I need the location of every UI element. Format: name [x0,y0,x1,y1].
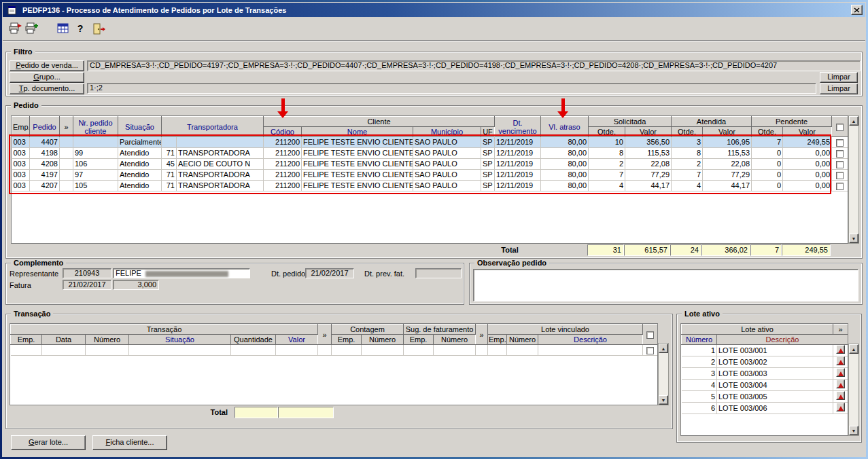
cell-dt[interactable]: 12/11/2019 [495,181,541,191]
cell-nome[interactable]: FELIPE TESTE ENVIO CLIENTE [302,181,413,191]
col-header-dt-vencimento[interactable]: Dt. vencimento [495,117,541,137]
cell-dt[interactable]: 12/11/2019 [495,170,541,181]
cell-act[interactable] [833,403,848,414]
cell-pv[interactable]: 0,00 [783,181,832,191]
pedido-scrollbar[interactable]: ▲ ▼ [848,115,859,244]
col-header-lote-numero[interactable]: Número [507,335,538,345]
cell-sq[interactable]: 2 [589,159,625,170]
cell-pedido[interactable]: 4198 [30,148,60,159]
lote-action-button[interactable] [836,345,845,354]
table-row[interactable] [11,345,658,356]
cell-sv[interactable]: 22,08 [625,159,672,170]
col-header-pedido[interactable]: Pedido [30,117,60,137]
cell-act[interactable] [833,380,848,391]
cell-pedido[interactable]: 4407 [30,137,60,148]
cell-pq[interactable]: 0 [752,181,783,191]
col-header-sol-valor[interactable]: Valor [625,127,672,137]
group-header-transacao[interactable]: Transação [11,325,318,335]
col-header-pen-qtde[interactable]: Qtde. [752,127,783,137]
col-header-atendida[interactable]: Atendida [672,117,752,127]
cell-atraso[interactable]: 80,00 [541,181,589,191]
group-header-lote-ativo[interactable]: Lote ativo [682,325,833,335]
col-header-transportadora[interactable]: Transportadora [162,117,264,137]
cell-nome[interactable]: FELIPE TESTE ENVIO CLIENTE [302,148,413,159]
cell-situacao[interactable] [129,345,231,356]
cell-emp[interactable]: 003 [12,148,30,159]
gerar-lote-button[interactable]: Gerar lote... [11,435,86,450]
col-header-emp[interactable]: Emp. [11,335,42,345]
cell-l_emp[interactable] [488,345,507,356]
cell-emp[interactable]: 003 [12,159,30,170]
row-checkbox[interactable] [836,139,844,147]
cell-municipio[interactable]: SAO PAULO [413,159,481,170]
cell-uf[interactable]: SP [481,159,495,170]
col-header-emp[interactable]: Emp. [12,117,30,137]
cell-atraso[interactable]: 80,00 [541,137,589,148]
transacao-scrollbar[interactable]: ▲ ▼ [658,343,669,405]
col-header-contagem-emp[interactable]: Emp. [332,335,362,345]
cell-sq[interactable]: 8 [589,148,625,159]
cell-aq[interactable]: 2 [672,159,703,170]
cell-nome[interactable]: FELIPE TESTE ENVIO CLIENTE [302,137,413,148]
table-row[interactable]: 0034407Parcialmente.211200FELIPE TESTE E… [12,137,848,148]
cell-dt[interactable]: 12/11/2019 [495,137,541,148]
col-header-chevron[interactable]: » [318,325,332,345]
table-row[interactable]: 2LOTE 003/002 [682,356,848,368]
select-all-checkbox[interactable] [646,331,654,339]
cell-codigo[interactable]: 211200 [264,170,302,181]
cell-municipio[interactable]: SAO PAULO [413,137,481,148]
cell-act[interactable] [833,368,848,380]
cell-pedido[interactable]: 4197 [30,170,60,181]
col-header-nome[interactable]: Nome [302,127,413,137]
table-row[interactable]: 3LOTE 003/003 [682,368,848,380]
col-header-select[interactable] [832,117,848,137]
cell-numero[interactable]: 1 [682,345,717,356]
cell-sv[interactable]: 44,17 [625,181,672,191]
cell-situacao[interactable]: Parcialmente. [118,137,162,148]
cell-av[interactable]: 77,29 [703,170,752,181]
col-header-sol-qtde[interactable]: Qtde. [589,127,625,137]
cell-descricao[interactable]: LOTE 003/003 [717,368,833,380]
select-all-checkbox[interactable] [836,124,844,131]
cell-nr[interactable]: 105 [73,181,118,191]
col-header-numero[interactable]: Número [86,335,129,345]
cell-descricao[interactable]: LOTE 003/005 [717,391,833,403]
col-header-cliente[interactable]: Cliente [264,117,495,127]
row-checkbox[interactable] [836,183,844,190]
cell-numero[interactable]: 5 [682,391,717,403]
cell-descricao[interactable]: LOTE 003/001 [717,345,833,356]
cell-aq[interactable]: 8 [672,148,703,159]
cell-tcod[interactable]: 45 [162,159,177,170]
scroll-down-icon[interactable]: ▼ [849,234,858,243]
table-row[interactable]: 003419899Atendido71TRANSPORTADORA211200F… [12,148,848,159]
cell-emp[interactable]: 003 [12,137,30,148]
lote-action-button[interactable] [836,380,845,388]
cell-nr[interactable] [73,137,118,148]
cell-pv[interactable]: 0,00 [783,148,832,159]
cell-quantidade[interactable] [231,345,276,356]
cell-emp[interactable]: 003 [12,170,30,181]
cell-tcod[interactable] [162,137,177,148]
cell-cb[interactable] [832,159,848,170]
cell-sq[interactable]: 7 [589,170,625,181]
col-header-nr-pedido-cliente[interactable]: Nr. pedido cliente [73,117,118,137]
row-checkbox[interactable] [836,150,844,158]
pedido-venda-filter-field[interactable]: CD_EMPRESA=3·!·;CD_PEDIDO=4197·;CD_EMPRE… [87,60,861,71]
ficha-cliente-button[interactable]: Ficha cliente... [92,435,167,450]
lote-action-button[interactable] [836,356,845,365]
cell-numero[interactable]: 6 [682,403,717,414]
table-row[interactable]: 003419797Atendido71TRANSPORTADORA211200F… [12,170,848,181]
col-header-data[interactable]: Data [42,335,86,345]
cell-situacao[interactable]: Atendido [118,170,162,181]
cell-pv[interactable]: 249,55 [783,137,832,148]
cell-av[interactable]: 106,95 [703,137,752,148]
cell-l_desc[interactable] [538,345,643,356]
dt-pedido-field[interactable]: 21/02/2017 [305,268,354,278]
group-header-lote-vinculado[interactable]: Lote vinculado [488,325,643,335]
cell-chev2[interactable] [476,345,488,356]
cell-cb[interactable] [832,181,848,191]
cell-pedido[interactable]: 4208 [30,159,60,170]
cell-nr[interactable]: 97 [73,170,118,181]
cell-nr[interactable]: 99 [73,148,118,159]
col-header-sug-emp[interactable]: Emp. [404,335,434,345]
